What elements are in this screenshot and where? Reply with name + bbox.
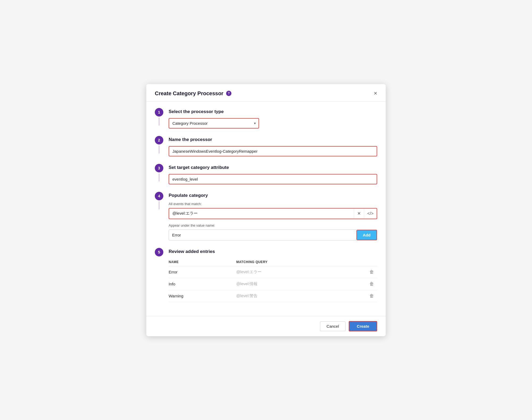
code-query-button[interactable]: </> (364, 209, 377, 219)
step-1-line (159, 118, 159, 126)
step-2-title: Name the processor (169, 137, 377, 142)
step-4-title: Populate category (169, 193, 377, 198)
modal-title-text: Create Category Processor (155, 90, 223, 97)
step-5-number: 5 (155, 248, 163, 256)
query-input[interactable] (169, 209, 354, 218)
step-1: 1 Select the processor type Category Pro… (155, 108, 377, 128)
step-2-number: 2 (155, 136, 163, 144)
step-1-number: 1 (155, 108, 163, 117)
delete-button[interactable]: 🗑 (369, 281, 374, 287)
step-1-left: 1 (155, 108, 163, 126)
step-4-left: 4 (155, 192, 163, 209)
value-row: Add (169, 230, 377, 240)
modal-title: Create Category Processor ? (155, 90, 231, 97)
step-4-line (159, 201, 159, 209)
entry-query: @level:警告 (236, 290, 367, 302)
step-3-content: Set target category attribute (169, 164, 377, 184)
col-query-header: MATCHING QUERY (236, 258, 367, 266)
entry-query: @level:エラー (236, 266, 367, 278)
create-category-processor-modal: Create Category Processor ? × 1 Select t… (146, 84, 386, 336)
step-2-left: 2 (155, 136, 163, 153)
step-4-number: 4 (155, 192, 163, 200)
step-2: 2 Name the processor (155, 136, 377, 156)
modal-footer: Cancel Create (146, 316, 386, 336)
action-cell: 🗑 (367, 266, 377, 278)
entry-name: Info (169, 278, 236, 290)
value-name-input[interactable] (169, 230, 357, 240)
add-button[interactable]: Add (357, 230, 377, 240)
delete-button[interactable]: 🗑 (369, 293, 374, 299)
all-events-label: All events that match: (169, 202, 377, 206)
step-3: 3 Set target category attribute (155, 164, 377, 184)
target-category-input[interactable] (169, 174, 377, 184)
step-3-left: 3 (155, 164, 163, 181)
cancel-button[interactable]: Cancel (320, 321, 346, 331)
table-row: Error @level:エラー 🗑 (169, 266, 377, 278)
entry-name: Error (169, 266, 236, 278)
step-4: 4 Populate category All events that matc… (155, 192, 377, 240)
col-action-header (367, 258, 377, 266)
step-5-title: Review added entries (169, 249, 377, 254)
step-3-line (159, 173, 159, 181)
step-5: 5 Review added entries NAME MATCHING QUE… (155, 248, 377, 302)
action-cell: 🗑 (367, 278, 377, 290)
step-1-title: Select the processor type (169, 109, 377, 114)
close-button[interactable]: × (374, 90, 377, 96)
action-cell: 🗑 (367, 290, 377, 302)
step-1-content: Select the processor type Category Proce… (169, 108, 377, 128)
entry-name: Warning (169, 290, 236, 302)
help-icon[interactable]: ? (226, 91, 231, 96)
processor-name-input[interactable] (169, 146, 377, 156)
step-5-content: Review added entries NAME MATCHING QUERY… (169, 248, 377, 302)
col-name-header: NAME (169, 258, 236, 266)
processor-type-select-wrapper: Category Processor Arithmetic Processor … (169, 118, 259, 128)
modal-body: 1 Select the processor type Category Pro… (146, 102, 386, 316)
step-5-left: 5 (155, 248, 163, 256)
table-row: Warning @level:警告 🗑 (169, 290, 377, 302)
entry-query: @level:情報 (236, 278, 367, 290)
step-2-line (159, 145, 159, 153)
modal-header: Create Category Processor ? × (146, 84, 386, 102)
processor-type-select[interactable]: Category Processor Arithmetic Processor … (169, 118, 259, 128)
clear-query-button[interactable]: ✕ (354, 209, 364, 219)
create-button[interactable]: Create (349, 321, 377, 331)
step-3-number: 3 (155, 164, 163, 172)
delete-button[interactable]: 🗑 (369, 269, 374, 275)
step-2-content: Name the processor (169, 136, 377, 156)
step-3-title: Set target category attribute (169, 165, 377, 170)
query-row: ✕ </> (169, 208, 377, 219)
step-4-content: Populate category All events that match:… (169, 192, 377, 240)
review-table: NAME MATCHING QUERY Error @level:エラー 🗑 I… (169, 258, 377, 302)
table-row: Info @level:情報 🗑 (169, 278, 377, 290)
appear-label: Appear under the value name: (169, 223, 377, 227)
